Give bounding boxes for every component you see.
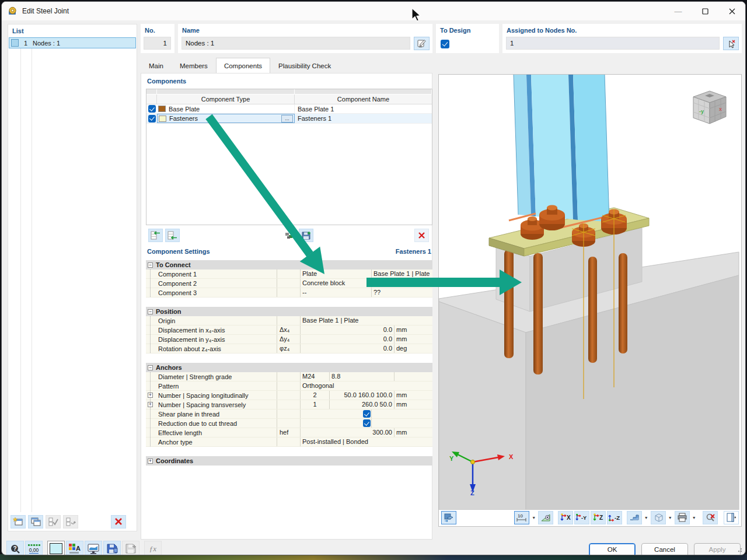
setting-row-displacement-y4[interactable]: Displacement in y₄-axis Δy₄ 0.0 mm [146, 335, 432, 344]
side-panel-toggle-button[interactable] [724, 511, 739, 524]
pattern-value[interactable]: Orthogonal [300, 382, 432, 390]
spacing-trans-values[interactable]: 260.0 50.0 [329, 400, 394, 409]
background-color-button[interactable] [47, 541, 65, 555]
setting-row-cut-thread[interactable]: Reduction due to cut thread [146, 419, 432, 428]
check-all-button[interactable] [46, 515, 61, 528]
setting-row-spacing-transverse[interactable]: + Number | Spacing transversely 1 260.0 … [146, 400, 432, 410]
expand-icon[interactable]: + [148, 402, 153, 407]
save-component-button[interactable] [299, 229, 313, 242]
delete-component-button[interactable] [414, 229, 429, 242]
section-coordinates[interactable]: + Coordinates [146, 456, 432, 466]
base-plate-checkbox[interactable] [148, 105, 156, 113]
table-row-fasteners[interactable]: Fasteners ... Fasteners 1 [146, 114, 432, 124]
fasteners-checkbox[interactable] [148, 115, 156, 123]
insert-row-before-button[interactable] [148, 229, 163, 242]
wireframe-dropdown[interactable]: ▼ [667, 511, 673, 524]
setting-row-displacement-x4[interactable]: Displacement in x₄-axis Δx₄ 0.0 mm [146, 326, 432, 335]
fasteners-more-button[interactable]: ... [281, 115, 293, 123]
setting-row-component-3[interactable]: Component 3 -- ?? [146, 288, 432, 298]
to-design-checkbox[interactable] [441, 40, 449, 48]
displacement-x4-value[interactable]: 0.0 [300, 326, 394, 334]
displacement-y4-value[interactable]: 0.0 [300, 335, 394, 344]
3d-viewport[interactable]: -y x X Y Z 10 ▼ [438, 74, 742, 527]
strength-grade-value[interactable]: 8.8 [329, 372, 394, 381]
minimize-button[interactable]: — [665, 2, 692, 20]
list-item-nodes-1[interactable]: 1 Nodes : 1 [9, 37, 136, 48]
table-row-base-plate[interactable]: Base Plate Base Plate 1 [146, 104, 432, 114]
component-3-type[interactable]: -- [300, 288, 371, 297]
no-input[interactable]: 1 [144, 37, 171, 50]
decimal-places-button[interactable]: 0,00 [25, 541, 43, 555]
rotation-z4-value[interactable]: 0.0 [300, 344, 394, 353]
setting-row-rotation-z4[interactable]: Rotation about z₄-axis φz₄ 0.0 deg [146, 344, 432, 354]
save-as-default-button[interactable] [122, 541, 139, 555]
isometric-view-button[interactable] [441, 511, 456, 524]
dimension-dropdown[interactable]: ▼ [530, 511, 537, 524]
setting-row-diameter-grade[interactable]: Diameter | Strength grade M24 8.8 [146, 372, 432, 382]
view-minus-z-button[interactable]: -Z [607, 511, 622, 524]
view-z-button[interactable]: Z [591, 511, 606, 524]
spacing-trans-count[interactable]: 1 [300, 400, 329, 409]
close-button[interactable] [718, 2, 745, 20]
section-anchors[interactable]: − Anchors [146, 363, 432, 372]
help-button[interactable]: ? [6, 541, 24, 555]
spacing-long-values[interactable]: 50.0 160.0 100.0 [329, 391, 394, 400]
show-dimensions-button[interactable] [538, 511, 553, 524]
setting-row-effective-length[interactable]: Effective length hef 300.00 mm [146, 428, 432, 438]
cancel-zoom-button[interactable] [703, 511, 718, 524]
anchor-type-value[interactable]: Post-installed | Bonded [300, 438, 432, 446]
component-2-type[interactable]: Concrete block [300, 279, 371, 288]
component-1-type[interactable]: Plate [300, 270, 371, 278]
name-input[interactable]: Nodes : 1 [181, 37, 410, 50]
ok-button[interactable]: OK [589, 543, 636, 555]
cut-thread-checkbox[interactable] [363, 419, 371, 427]
effective-length-value[interactable]: 300.00 [300, 428, 394, 437]
insert-row-after-button[interactable] [165, 229, 180, 242]
shear-plane-checkbox[interactable] [363, 410, 371, 418]
origin-value[interactable]: Base Plate 1 | Plate [300, 316, 432, 325]
display-properties-button[interactable]: A [66, 541, 83, 555]
rendering-button[interactable] [85, 541, 102, 555]
view-minus-y-button[interactable]: -Y [574, 511, 589, 524]
section-to-connect[interactable]: − To Connect [146, 260, 432, 270]
save-settings-button[interactable] [103, 541, 121, 555]
setting-row-component-1[interactable]: Component 1 Plate Base Plate 1 | Plate [146, 270, 432, 279]
tab-plausibility-check[interactable]: Plausibility Check [270, 58, 339, 73]
resize-grip[interactable] [736, 546, 743, 553]
navigation-cube[interactable]: -y x [686, 88, 733, 128]
cancel-button[interactable]: Cancel [641, 543, 688, 555]
expand-icon[interactable]: + [148, 393, 153, 398]
collapse-icon[interactable]: − [148, 365, 153, 370]
setting-row-spacing-longitudinal[interactable]: + Number | Spacing longitudinally 2 50.0… [146, 391, 432, 400]
setting-row-anchor-type[interactable]: Anchor type Post-installed | Bonded [146, 438, 432, 447]
maximize-button[interactable] [692, 2, 718, 20]
setting-row-shear-plane[interactable]: Shear plane in thread [146, 410, 432, 419]
component-1-ref[interactable]: Base Plate 1 | Plate [371, 270, 432, 278]
section-position[interactable]: − Position [146, 307, 432, 316]
collapse-icon[interactable]: − [148, 262, 153, 268]
setting-row-origin[interactable]: Origin Base Plate 1 | Plate [146, 316, 432, 326]
assigned-nodes-input[interactable]: 1 [506, 37, 720, 50]
component-3-ref[interactable]: ?? [371, 288, 432, 297]
display-mode-button[interactable] [627, 511, 642, 524]
functions-button[interactable]: ƒx [144, 541, 162, 555]
collapse-icon[interactable]: − [148, 309, 153, 314]
titlebar[interactable]: Edit Steel Joint — [2, 2, 745, 20]
delete-joint-button[interactable] [111, 515, 126, 528]
setting-row-pattern[interactable]: Pattern Orthogonal [146, 382, 432, 391]
copy-joint-button[interactable] [28, 515, 43, 528]
dimension-lines-button[interactable]: 10 [514, 511, 529, 524]
invert-check-button[interactable] [63, 515, 78, 528]
new-joint-button[interactable] [11, 515, 26, 528]
apply-button[interactable]: Apply [694, 543, 741, 555]
diameter-value[interactable]: M24 [300, 372, 329, 381]
select-nodes-button[interactable] [723, 37, 739, 50]
nav-cube-x-label[interactable]: x [719, 106, 722, 112]
view-x-button[interactable]: X [558, 511, 573, 524]
display-mode-dropdown[interactable]: ▼ [643, 511, 650, 524]
print-button[interactable] [675, 511, 690, 524]
steel-column[interactable] [514, 75, 609, 222]
tab-members[interactable]: Members [172, 58, 216, 73]
spacing-long-count[interactable]: 2 [300, 391, 329, 400]
wireframe-cube-button[interactable] [651, 511, 666, 524]
